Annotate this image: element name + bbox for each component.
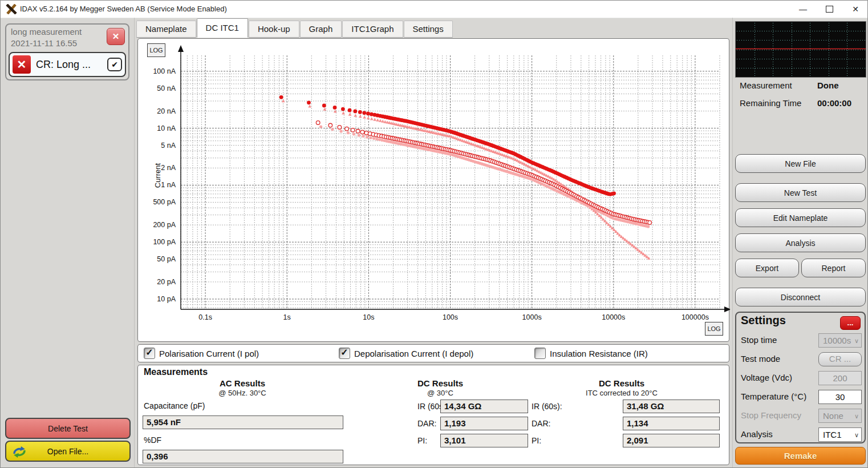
- stop-time-select[interactable]: 10000s ∨: [818, 333, 862, 348]
- chevron-down-icon: ∨: [854, 429, 859, 442]
- setting-row-stop-frequency: Stop Frequency None ∨: [736, 407, 865, 426]
- measurements-panel: Measurements AC Results @ 50Hz. 30°C DC …: [137, 365, 729, 465]
- measurement-status-label: Measurement: [740, 80, 792, 90]
- setting-row-test-mode: Test mode CR ...: [736, 350, 865, 369]
- log-scale-x-button[interactable]: LOG: [705, 322, 723, 336]
- minimize-button[interactable]: —: [790, 1, 816, 18]
- svg-text:100000s: 100000s: [682, 313, 709, 321]
- checkbox[interactable]: ✓: [534, 348, 546, 359]
- close-icon: ✕: [112, 31, 120, 42]
- svg-text:10000s: 10000s: [602, 313, 625, 321]
- remake-button[interactable]: Remake: [735, 447, 866, 465]
- svg-text:100 nA: 100 nA: [153, 67, 176, 75]
- test-item-checkbox[interactable]: ✔: [107, 58, 122, 71]
- plot-option[interactable]: ✓Depolarisation Current (I depol): [339, 348, 473, 359]
- test-card-close-button[interactable]: ✕: [107, 28, 125, 45]
- tab-dc-itc1[interactable]: DC ITC1: [197, 18, 248, 38]
- setting-row-voltage: Voltage (Vdc) 200: [736, 369, 865, 388]
- temperature-input[interactable]: 30: [818, 390, 862, 404]
- settings-menu-button[interactable]: ...: [840, 316, 861, 330]
- remaining-time-label: Remaining Time: [740, 98, 801, 108]
- sidebar-divider: [134, 18, 135, 467]
- remaining-time-value: 00:00:00: [817, 98, 851, 108]
- plot-option-label: Depolarisation Current (I depol): [354, 349, 473, 358]
- grid: [181, 55, 720, 309]
- window-title: IDAX v5.2.164 by Megger Sweden AB (Servi…: [20, 1, 227, 18]
- check-icon: ✓: [340, 347, 348, 358]
- y-axis-title: Current: [153, 159, 162, 193]
- remaining-time-row: Remaining Time 00:00:00: [740, 98, 863, 110]
- test-mode-label: Test mode: [741, 354, 780, 364]
- capacitance-value: 5,954 nF: [143, 415, 343, 429]
- stop-frequency-select[interactable]: None ∨: [818, 409, 862, 423]
- check-icon: ✓: [145, 347, 153, 358]
- temperature-label: Temperature (°C): [741, 392, 806, 401]
- measurement-status-row: Measurement Done: [740, 80, 863, 92]
- dar20-value: 1,134: [623, 417, 720, 430]
- plot-option[interactable]: ✓Insulation Resistance (IR): [534, 348, 648, 359]
- tab-nameplate[interactable]: Nameplate: [136, 21, 196, 38]
- analysis-select[interactable]: ITC1 ∨: [818, 427, 862, 442]
- dc20-results-sub: ITC corrected to 20°C: [547, 389, 696, 397]
- new-file-button[interactable]: New File: [735, 154, 866, 173]
- svg-text:0.1s: 0.1s: [198, 313, 212, 321]
- voltage-input[interactable]: 200: [818, 371, 862, 385]
- tab-strip: NameplateDC ITC1Hook-upGraphITC1GraphSet…: [136, 19, 453, 38]
- maximize-button[interactable]: [816, 1, 842, 18]
- report-button[interactable]: Report: [801, 259, 866, 277]
- tab-itc1graph[interactable]: ITC1Graph: [342, 21, 403, 38]
- log-scale-y-button[interactable]: LOG: [147, 43, 165, 57]
- svg-text:10 pA: 10 pA: [157, 295, 176, 303]
- settings-title: Settings: [741, 314, 786, 327]
- title-bar: IDAX v5.2.164 by Megger Sweden AB (Servi…: [1, 1, 868, 18]
- svg-text:500 pA: 500 pA: [153, 198, 176, 206]
- delete-test-button[interactable]: Delete Test: [5, 418, 131, 439]
- pi30-value: 3,101: [440, 434, 528, 447]
- analysis-button[interactable]: Analysis: [735, 233, 866, 252]
- open-file-button[interactable]: Open File...: [5, 441, 131, 462]
- dc20-results-header: DC Results: [547, 378, 696, 388]
- voltage-label: Voltage (Vdc): [741, 373, 792, 382]
- ir30-value: 14,34 GΩ: [440, 400, 528, 413]
- test-mode-button[interactable]: CR ...: [818, 352, 862, 366]
- measurement-status-value: Done: [817, 80, 839, 90]
- svg-text:5 nA: 5 nA: [161, 142, 176, 150]
- settings-panel: Settings ... Stop time 10000s ∨ Test mod…: [735, 312, 866, 443]
- app-logo-icon: [6, 4, 17, 14]
- dc30-results-header: DC Results: [366, 378, 514, 388]
- plot-option[interactable]: ✓Polarisation Current (I pol): [144, 348, 259, 359]
- ac-results-header: AC Results: [168, 378, 317, 388]
- stop-frequency-label: Stop Frequency: [741, 410, 801, 420]
- plot-option-label: Insulation Resistance (IR): [550, 349, 648, 358]
- tab-settings[interactable]: Settings: [404, 21, 453, 38]
- disconnect-button[interactable]: Disconnect: [735, 288, 866, 306]
- svg-text:200 pA: 200 pA: [153, 221, 176, 229]
- axes: [178, 45, 730, 312]
- tab-graph[interactable]: Graph: [300, 21, 342, 38]
- test-item[interactable]: ✕ CR: Long ... ✔: [9, 52, 126, 77]
- ir20-value: 31,48 GΩ: [623, 400, 720, 413]
- measurements-title: Measurements: [144, 367, 208, 377]
- tab-hook-up[interactable]: Hook-up: [249, 21, 299, 38]
- export-button[interactable]: Export: [735, 259, 799, 277]
- dc30-results-sub: @ 30°C: [366, 389, 514, 397]
- new-test-button[interactable]: New Test: [735, 183, 866, 202]
- svg-text:1000s: 1000s: [522, 313, 542, 321]
- current-vs-time-plot[interactable]: 100 nA50 nA20 nA10 nA5 nA2 nA1 nA500 pA2…: [138, 39, 730, 342]
- pi20-label: PI:: [532, 436, 541, 445]
- svg-text:100s: 100s: [443, 313, 458, 321]
- svg-text:1s: 1s: [283, 313, 291, 321]
- close-button[interactable]: ✕: [842, 1, 868, 18]
- plot-series-polarisation-current-i-pol-: [279, 95, 616, 196]
- checkbox[interactable]: ✓: [339, 348, 350, 359]
- checkbox[interactable]: ✓: [144, 348, 155, 359]
- ellipsis-icon: ...: [847, 320, 854, 326]
- open-file-icon: [11, 444, 28, 460]
- analysis-label: Analysis: [741, 429, 773, 439]
- window-controls: — ✕: [790, 1, 868, 18]
- chart-panel: 100 nA50 nA20 nA10 nA5 nA2 nA1 nA500 pA2…: [137, 38, 729, 342]
- stop-time-label: Stop time: [741, 335, 777, 345]
- svg-text:50 pA: 50 pA: [157, 255, 176, 263]
- edit-nameplate-button[interactable]: Edit Nameplate: [735, 208, 866, 227]
- dar20-label: DAR:: [532, 419, 550, 428]
